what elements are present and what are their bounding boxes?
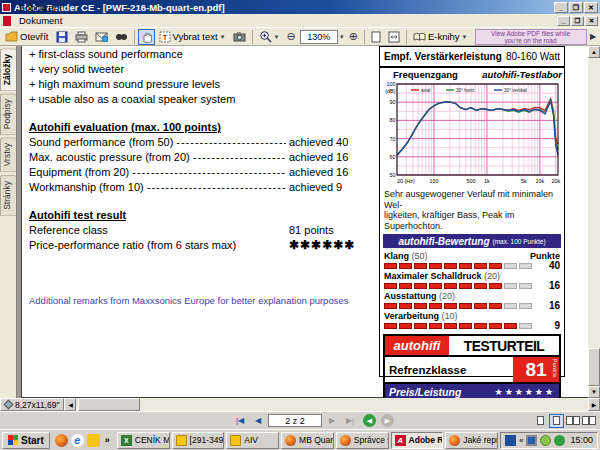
first-page-button[interactable]: |◀ xyxy=(232,414,248,428)
rating-bar: 40 xyxy=(384,261,560,270)
quicklaunch-overflow-button[interactable]: » xyxy=(103,435,112,445)
zoom-in-button[interactable]: ⊕ xyxy=(346,29,361,45)
continuous-view-button[interactable] xyxy=(549,414,564,428)
antivirus-tray-icon[interactable] xyxy=(554,435,565,446)
zoom-level-input[interactable]: 130% xyxy=(300,30,338,44)
folder-task-icon xyxy=(176,435,187,446)
previous-view-button[interactable]: ◀ xyxy=(363,414,376,427)
rating-segment xyxy=(444,283,457,289)
rating-segment xyxy=(474,303,487,309)
chevron-down-icon: ▼ xyxy=(462,34,468,40)
page-indicator[interactable]: 2 z 2 xyxy=(268,414,322,427)
rating-segment xyxy=(444,303,457,309)
reference-class-label: Refrenzklasse xyxy=(385,357,513,382)
tray-app-icon[interactable] xyxy=(505,435,516,446)
select-text-button[interactable]: T Vybrat text ▼ xyxy=(156,29,229,45)
previous-page-button[interactable]: ◀ xyxy=(250,414,266,428)
adobe-promo-banner[interactable]: View Adobe PDF files while you're on the… xyxy=(475,29,587,45)
task-label: Správce sta... xyxy=(354,435,389,445)
remark-text: Additional remarks from Maxxsonics Europ… xyxy=(29,293,365,308)
chart-title: Frequenzgang xyxy=(393,69,458,80)
evaluation-label: Equipment (from 20) xyxy=(29,165,129,180)
sidebar-tab[interactable]: Podpisy xyxy=(0,93,16,135)
chart-label: 70 xyxy=(390,136,396,142)
start-button[interactable]: Start xyxy=(2,432,50,449)
doc-close-button[interactable]: ✕ xyxy=(585,16,598,26)
system-tray: « 15:00 xyxy=(500,432,598,449)
price-performance-label: Preis/Leistung xyxy=(389,386,461,398)
menu-bar: SouborÚpravyZobrazeníDokumentNástrojeOkn… xyxy=(0,14,600,27)
chart-label: 50 xyxy=(390,172,396,178)
next-page-button[interactable]: ▶ xyxy=(324,414,340,428)
excel-task-icon: X xyxy=(121,435,132,446)
hand-tool-button[interactable] xyxy=(138,29,155,45)
chart-label: 10k xyxy=(536,178,545,184)
tray-collapse-chevron[interactable]: « xyxy=(519,436,523,445)
taskbar-task-button[interactable]: [291-349-5... xyxy=(172,432,225,449)
close-button[interactable]: ✕ xyxy=(584,2,598,13)
internet-explorer-quicklaunch-icon[interactable]: e xyxy=(71,434,84,447)
fit-width-button[interactable] xyxy=(385,29,403,45)
print-button[interactable] xyxy=(72,29,91,45)
actual-size-button[interactable] xyxy=(368,29,384,45)
vertical-scrollbar[interactable]: ▲ ▼ xyxy=(588,46,600,398)
open-button[interactable]: Otevřít xyxy=(2,29,52,45)
document-bullet-line: + first-class sound performance xyxy=(29,47,365,62)
search-button[interactable] xyxy=(112,29,131,45)
restore-button[interactable]: ❐ xyxy=(569,2,583,13)
binoculars-search-icon xyxy=(115,31,128,42)
chart-canvas: axial30° horiz.30° vertikal100(dB)908070… xyxy=(382,81,562,185)
facing-view-button[interactable] xyxy=(565,414,580,428)
snapshot-button[interactable] xyxy=(230,29,249,45)
rating-banner-title: autohifi-Bewertung xyxy=(398,236,489,247)
chart-label: 90 xyxy=(390,99,396,105)
doc-restore-button[interactable]: ❐ xyxy=(571,16,584,26)
scroll-right-button[interactable]: ▶ xyxy=(588,398,600,411)
doc-minimize-button[interactable]: _ xyxy=(557,16,570,26)
menu-item[interactable]: Zobrazení xyxy=(14,1,67,14)
taskbar-task-button[interactable]: AIV xyxy=(226,432,279,449)
network-monitor-tray-icon[interactable] xyxy=(526,435,537,446)
menu-item[interactable]: Dokument xyxy=(14,14,67,27)
sidebar-tab[interactable]: Záložky xyxy=(0,48,16,91)
windows-taskbar: Start e » XCENÍK MAX...[291-349-5...AIVM… xyxy=(0,429,600,450)
email-button[interactable] xyxy=(92,29,111,45)
toolbar-overflow-button[interactable]: ▶ xyxy=(588,32,598,41)
scroll-left-button[interactable]: ◀ xyxy=(64,398,76,411)
minimize-button[interactable]: _ xyxy=(554,2,568,13)
evaluation-label: Workmanship (from 10) xyxy=(29,180,144,195)
taskbar-task-button[interactable]: Správce sta... xyxy=(336,432,389,449)
scroll-up-button[interactable]: ▲ xyxy=(588,46,600,58)
taskbar-task-button[interactable]: AAdobe Rea... xyxy=(391,432,444,449)
navigation-tab-strip: ZáložkyPodpisyVrstvyStránky xyxy=(0,46,17,398)
page-navigation: |◀ ◀ 2 z 2 ▶ ▶| ◀ ▶ xyxy=(232,414,394,428)
sidebar-tab[interactable]: Vrstvy xyxy=(0,137,16,172)
chart-label: 1k xyxy=(484,178,490,184)
vertical-scroll-thumb[interactable] xyxy=(588,348,600,386)
continuous-facing-view-button[interactable] xyxy=(581,414,596,428)
app-quicklaunch-icon[interactable] xyxy=(87,434,100,447)
single-page-view-button[interactable] xyxy=(533,414,548,428)
scroll-down-button[interactable]: ▼ xyxy=(588,386,600,398)
taskbar-task-button[interactable]: Jaké repro n... xyxy=(445,432,498,449)
next-view-button[interactable]: ▶ xyxy=(381,414,394,427)
horizontal-scrollbar[interactable] xyxy=(76,398,588,411)
ebooks-button[interactable]: E-knihy ▼ xyxy=(410,29,471,45)
horizontal-scroll-thumb[interactable] xyxy=(78,398,140,411)
messenger-tray-icon[interactable] xyxy=(540,435,551,446)
firefox-quicklaunch-icon[interactable] xyxy=(55,434,68,447)
ebook-icon xyxy=(413,32,426,42)
rating-max: (20) xyxy=(484,271,500,281)
zoom-tool-button[interactable]: ▼ xyxy=(256,29,283,45)
last-page-button[interactable]: ▶| xyxy=(342,414,358,428)
zoom-out-button[interactable]: ⊖ xyxy=(283,29,298,45)
rating-segment xyxy=(504,263,517,269)
save-button[interactable] xyxy=(53,29,71,45)
main-document-area: ZáložkyPodpisyVrstvyStránky + first-clas… xyxy=(0,46,600,398)
taskbar-task-button[interactable]: XCENÍK MAX... xyxy=(117,432,170,449)
taskbar-task-button[interactable]: MB Quart, H... xyxy=(281,432,334,449)
rating-label-row: Maximaler Schalldruck (20) xyxy=(384,271,560,281)
rating-name-text: Verarbeitung xyxy=(384,311,442,321)
sidebar-tab[interactable]: Stránky xyxy=(0,175,16,216)
rating-segment xyxy=(444,263,457,269)
